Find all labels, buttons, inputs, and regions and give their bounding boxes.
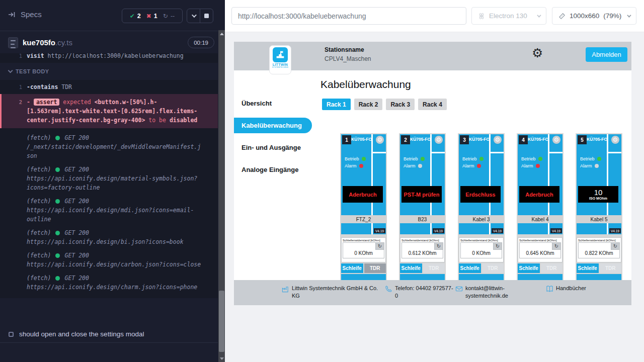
collapse-button[interactable] <box>187 9 200 23</box>
browser-selector[interactable]: Electron 130 <box>471 7 546 25</box>
tdr-button[interactable]: TDR <box>600 263 622 273</box>
status-dot-icon <box>55 167 60 172</box>
refresh-icon[interactable]: ↻ <box>434 243 443 250</box>
footer-company: Littwin Systemtechnik GmbH & Co. KG <box>282 285 382 300</box>
tdr-button[interactable]: TDR <box>541 263 563 273</box>
cable-name: Kabel 5 <box>577 215 621 223</box>
specs-icon <box>8 11 16 19</box>
sidebar-item-label: Kabelüberwachung <box>234 118 312 133</box>
refresh-icon[interactable]: ↻ <box>552 243 560 250</box>
sidebar-item-label: Übersicht <box>234 100 272 107</box>
fetch-entry[interactable]: (fetch) GET 200 https://api.iconify.desi… <box>0 274 218 292</box>
rack-tab[interactable]: Rack 4 <box>418 99 447 110</box>
measurement-field: ↻ 0.612 KOhm <box>401 242 443 258</box>
card-number: 5 <box>578 135 587 144</box>
sidebar-item[interactable]: Analoge Eingänge <box>234 158 317 180</box>
status-dot-icon <box>55 253 60 258</box>
url-input[interactable] <box>231 7 466 25</box>
sidebar-item[interactable]: Ein- und Ausgänge <box>234 136 317 158</box>
tdr-button[interactable]: TDR <box>364 263 386 273</box>
measurement-panel: Schleifenwiderstand [kOhm] ↻ 0 KOhm <box>459 237 504 262</box>
measurement-field: ↻ 0 KOhm <box>460 242 502 258</box>
chevron-down-icon <box>192 13 197 18</box>
stop-button[interactable] <box>200 9 213 23</box>
rack-tab[interactable]: Rack 2 <box>354 99 383 110</box>
sidebar-item[interactable]: Übersicht <box>234 92 317 114</box>
sidebar-item-label: Ein- und Ausgänge <box>234 144 301 151</box>
card-device-panel: 3 KÜ705-FO ⚙ Betrieb Alarm Erdschluss <box>459 134 504 215</box>
logout-button[interactable]: Abmelden <box>586 47 627 62</box>
card-device-panel: 2 KÜ705-FO ⚙ Betrieb Alarm PST-M prüfen <box>400 134 445 215</box>
schleife-button[interactable]: Schleife <box>577 263 599 273</box>
status-indicators: Betrieb Alarm <box>462 155 484 169</box>
command-contains[interactable]: 1 -contains TDR <box>0 80 218 94</box>
firmware-version: V4.19 <box>374 228 385 233</box>
card-settings-gear-icon[interactable]: ⚙ <box>552 136 560 144</box>
tdr-button[interactable]: TDR <box>423 263 445 273</box>
measurement-value: 0.645 KOhm <box>520 250 560 256</box>
fetch-entry[interactable]: (fetch) GET 200 /_next/static/developmen… <box>0 133 218 160</box>
app-footer: Littwin Systemtechnik GmbH & Co. KG Tele… <box>234 280 631 305</box>
assert-badge: assert <box>34 99 60 106</box>
measurement-label: Schleifenwiderstand [kOhm] <box>518 238 562 242</box>
schleife-button[interactable]: Schleife <box>400 263 422 273</box>
spec-file-row[interactable]: kue705fo.cy.ts 00:19 <box>0 36 218 52</box>
fetch-entry[interactable]: (fetch) GET 200 https://api.iconify.desi… <box>0 197 218 224</box>
rack-tabs: Rack 1 Rack 2 Rack 3 Rack 4 <box>322 99 447 110</box>
card-settings-gear-icon[interactable]: ⚙ <box>435 136 443 144</box>
device-model: KÜ705-FO <box>528 137 548 142</box>
fetch-entry[interactable]: (fetch) GET 200 https://api.iconify.desi… <box>0 165 218 192</box>
refresh-icon[interactable]: ↻ <box>611 243 619 250</box>
measurement-value: 0 KOhm <box>343 250 384 256</box>
pending-test-title: should open and close the settings modal <box>19 330 144 338</box>
cable-name: Kabel 3 <box>459 215 504 223</box>
firmware-version: V4.19 <box>609 228 621 233</box>
sidebar-item[interactable]: Kabelüberwachung <box>234 114 317 136</box>
tdr-button[interactable]: TDR <box>482 263 504 273</box>
littwin-logo: LITTWIN SYSTEMTECHNIK <box>269 45 291 74</box>
app-sidebar: Übersicht Kabelüberwachung Ein- und Ausg… <box>234 70 317 280</box>
measurement-field: ↻ 0 KOhm <box>343 242 384 258</box>
fetch-entry[interactable]: (fetch) GET 200 https://api.iconify.desi… <box>0 228 218 246</box>
status-indicators: Betrieb Alarm <box>580 155 601 169</box>
footer-manuals-link[interactable]: Handbücher <box>546 285 586 293</box>
fetch-entry[interactable]: (fetch) GET 200 https://api.iconify.desi… <box>0 251 218 269</box>
status-display: 10 ISO MOhm <box>578 186 618 203</box>
card-settings-gear-icon[interactable]: ⚙ <box>611 136 619 144</box>
rack-tab[interactable]: Rack 1 <box>322 99 351 110</box>
cypress-runner-panel: Specs ✔2 ✖1 ↻-- kue705fo.cy.ts 00:19 1 v… <box>0 0 218 362</box>
scroll-up-icon[interactable] <box>220 33 224 35</box>
stop-icon <box>204 14 209 18</box>
cable-name: Kabel 4 <box>518 215 562 223</box>
viewport-selector[interactable]: 1000x660 (79%) <box>552 7 636 25</box>
refresh-icon[interactable]: ↻ <box>375 243 384 250</box>
card-settings-gear-icon[interactable]: ⚙ <box>376 136 384 144</box>
specs-menu[interactable]: Specs <box>8 10 42 19</box>
stat-failed: ✖1 <box>146 13 157 20</box>
pending-test-row[interactable]: should open and close the settings modal <box>0 326 218 343</box>
scrollbar-track[interactable] <box>218 30 225 362</box>
viewport-size: 1000x660 <box>570 12 599 20</box>
status-dot-icon <box>55 136 60 140</box>
schleife-button[interactable]: Schleife <box>518 263 540 273</box>
settings-gear-icon[interactable]: ⚙ <box>532 47 543 59</box>
betrieb-led <box>421 157 425 161</box>
littwin-logo-icon <box>273 47 288 62</box>
command-visit[interactable]: 1 visit http://localhost:3000/kabelueber… <box>0 53 218 63</box>
command-assert-failed[interactable]: 2 - assert expected <button.w-[50%].h-[1… <box>0 94 218 128</box>
alarm-led <box>536 164 540 168</box>
test-body-section[interactable]: TEST BODY <box>0 63 218 80</box>
refresh-icon[interactable]: ↻ <box>493 243 502 250</box>
schleife-button[interactable]: Schleife <box>459 263 481 273</box>
rack-tab[interactable]: Rack 3 <box>386 99 415 110</box>
scroll-down-icon[interactable] <box>220 357 224 360</box>
card-version-strip: V4.19 <box>459 223 504 234</box>
aut-page: LITTWIN SYSTEMTECHNIK Stationsname CPLV4… <box>225 32 644 362</box>
device-model: KÜ705-FO <box>410 137 430 142</box>
card-settings-gear-icon[interactable]: ⚙ <box>494 136 502 144</box>
device-model: KÜ705-FO <box>587 137 607 142</box>
firmware-version: V4.19 <box>550 228 562 233</box>
alarm-led <box>595 164 599 168</box>
schleife-button[interactable]: Schleife <box>341 263 363 273</box>
scrollbar-thumb[interactable] <box>219 291 224 352</box>
